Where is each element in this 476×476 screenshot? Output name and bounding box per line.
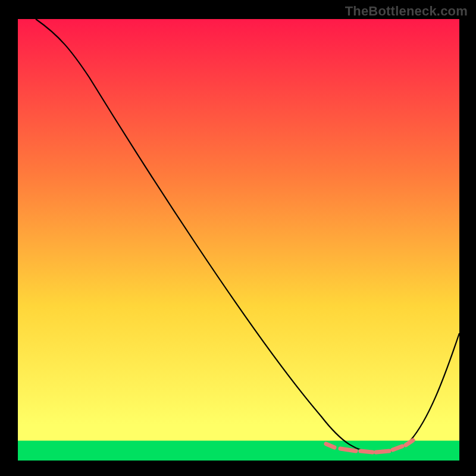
plot-background-overlay: [18, 19, 459, 461]
highlight-seg-2: [361, 451, 372, 452]
watermark-label: TheBottleneck.com: [345, 4, 468, 19]
highlight-seg-3: [376, 451, 389, 452]
chart-stage: TheBottleneck.com: [0, 0, 476, 476]
highlight-seg-1: [340, 449, 356, 451]
bottleneck-chart: [0, 0, 476, 476]
